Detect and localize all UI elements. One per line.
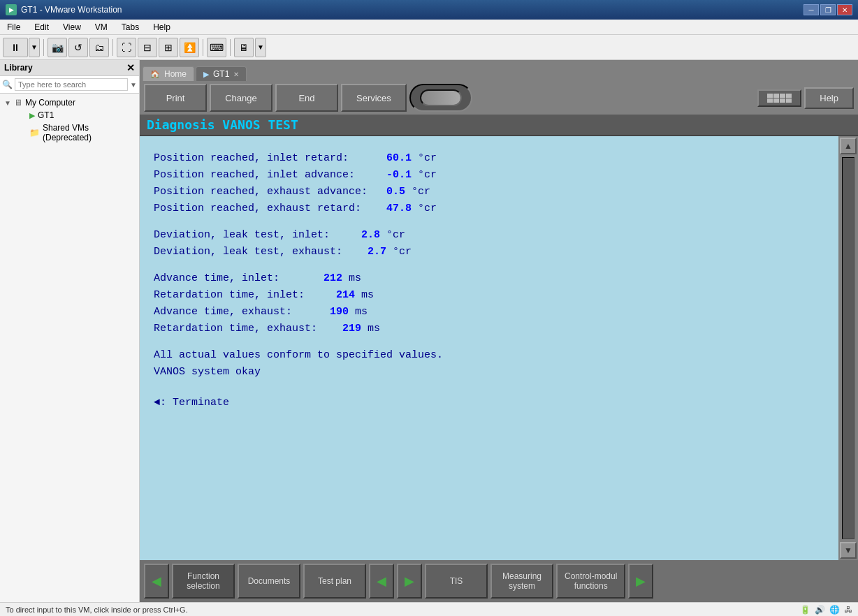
status-icon-1: 🔋: [800, 605, 810, 615]
sidebar: Library ✕ 🔍 ▼ ▼ 🖥 My Computer ▶ GT1 📁 Sh: [0, 60, 140, 602]
sidebar-title: Library: [4, 63, 33, 73]
diag-value-4: 47.8: [386, 203, 412, 214]
computer-icon: 🖥: [14, 98, 22, 108]
unity-button[interactable]: ⊟: [138, 38, 157, 57]
snapshot-manager-button[interactable]: 🗂: [89, 38, 109, 57]
window-title: GT1 - VMware Workstation: [21, 5, 122, 15]
quick-switch-button[interactable]: ⊞: [159, 38, 178, 57]
toolbar-separator-1: [43, 39, 44, 56]
tis-button[interactable]: TIS: [425, 564, 488, 599]
control-modul-button[interactable]: Control-modul functions: [556, 564, 625, 599]
toolbar-separator-3: [203, 39, 203, 56]
toolbar-separator-2: [112, 39, 113, 56]
diag-value-3: 0.5: [386, 186, 405, 198]
diag-terminate[interactable]: ◄: Terminate: [154, 395, 824, 411]
nav-left-button[interactable]: ◀: [144, 564, 169, 599]
tab-home-label: Home: [164, 69, 187, 79]
diag-value-8: 214: [336, 289, 355, 301]
app-toolbar: Print Change End Services Help: [140, 81, 858, 115]
tab-home[interactable]: 🏠 Home: [143, 66, 194, 81]
sidebar-item-sharedvms[interactable]: 📁 Shared VMs (Deprecated): [28, 122, 136, 144]
diag-line-4: Position reached, exhaust retard: 47.8 °…: [154, 200, 824, 217]
toolbar: ⏸ ▼ 📷 ↺ 🗂 ⛶ ⊟ ⊞ ⏫ ⌨ 🖥 ▼: [0, 35, 858, 60]
print-button[interactable]: Print: [144, 84, 207, 112]
sidebar-close-icon[interactable]: ✕: [126, 62, 135, 73]
menu-view[interactable]: View: [56, 20, 88, 34]
tab-bar: 🏠 Home ▶ GT1 ✕: [140, 60, 858, 81]
menu-tabs[interactable]: Tabs: [115, 20, 146, 34]
sidebar-header: Library ✕: [0, 60, 139, 76]
revert-button[interactable]: ↺: [68, 38, 88, 57]
suspend-button[interactable]: ⏫: [180, 38, 199, 57]
send-key-button[interactable]: ⌨: [207, 38, 226, 57]
shared-icon: 📁: [29, 128, 40, 138]
nav-left2-button[interactable]: ◀: [369, 564, 394, 599]
nav-right-button[interactable]: ▶: [397, 564, 422, 599]
screen-dropdown[interactable]: ▼: [255, 38, 266, 57]
status-message: To direct input to this VM, click inside…: [6, 606, 188, 614]
sidebar-item-gt1[interactable]: ▶ GT1: [28, 109, 136, 122]
end-button[interactable]: End: [275, 84, 338, 112]
toggle-icon: ▼: [4, 99, 11, 107]
snapshot-button[interactable]: 📷: [48, 38, 67, 57]
diag-line-3: Position reached, exhaust advance: 0.5 °…: [154, 184, 824, 200]
help-button[interactable]: Help: [804, 87, 854, 109]
close-button[interactable]: ✕: [837, 4, 852, 15]
diagnosis-content: Position reached, inlet retard: 60.1 °cr…: [140, 136, 838, 560]
vm-tab-icon: ▶: [203, 70, 209, 79]
vm-screen: Print Change End Services Help: [140, 81, 858, 602]
diag-value-6: 2.7: [368, 246, 386, 258]
screen-button[interactable]: 🖥: [234, 38, 254, 57]
nav-right2-button[interactable]: ▶: [628, 564, 653, 599]
scroll-up-button[interactable]: ▲: [840, 138, 857, 154]
oval-inner: [420, 89, 462, 106]
gt1-label: GT1: [38, 110, 54, 120]
sidebar-children: ▶ GT1 📁 Shared VMs (Deprecated): [20, 109, 136, 144]
menu-help[interactable]: Help: [146, 20, 177, 34]
status-right: 🔋 🔊 🌐 🖧: [800, 605, 852, 615]
bottom-function-bar: ◀ Function selection Documents Test plan…: [140, 560, 858, 602]
minimize-button[interactable]: ─: [804, 4, 819, 15]
status-icon-4: 🖧: [844, 605, 852, 615]
documents-button[interactable]: Documents: [238, 564, 300, 599]
grid-view-button[interactable]: [757, 89, 801, 107]
scroll-track[interactable]: [842, 157, 855, 539]
toolbar-separator-4: [230, 39, 231, 56]
pause-button[interactable]: ⏸: [3, 38, 28, 57]
tab-close-icon[interactable]: ✕: [233, 71, 239, 78]
search-input[interactable]: [15, 78, 128, 91]
diag-line-1: Position reached, inlet retard: 60.1 °cr: [154, 150, 824, 167]
shared-vms-label: Shared VMs (Deprecated): [43, 123, 135, 142]
main-layout: Library ✕ 🔍 ▼ ▼ 🖥 My Computer ▶ GT1 📁 Sh: [0, 60, 858, 602]
full-screen-button[interactable]: ⛶: [117, 38, 136, 57]
diag-value-10: 219: [342, 323, 361, 335]
tab-gt1[interactable]: ▶ GT1 ✕: [196, 66, 247, 81]
oval-control[interactable]: [409, 84, 472, 112]
diagnosis-content-wrapper: Position reached, inlet retard: 60.1 °cr…: [140, 136, 858, 560]
diag-value-7: 212: [323, 272, 342, 284]
title-bar: ▶ GT1 - VMware Workstation ─ ❐ ✕: [0, 0, 858, 20]
pause-dropdown[interactable]: ▼: [29, 38, 40, 57]
diag-line-10: Retardation time, exhaust: 219 ms: [154, 321, 824, 337]
change-button[interactable]: Change: [210, 84, 272, 112]
test-plan-button[interactable]: Test plan: [303, 564, 366, 599]
home-icon: 🏠: [150, 70, 160, 79]
toolbar-right: Help: [757, 84, 854, 112]
pause-group: ⏸ ▼: [3, 38, 40, 57]
diagnosis-title: Diagnosis VANOS TEST: [140, 115, 858, 136]
function-selection-button[interactable]: Function selection: [172, 564, 235, 599]
search-dropdown-icon[interactable]: ▼: [130, 81, 137, 89]
menu-edit[interactable]: Edit: [27, 20, 56, 34]
measuring-system-button[interactable]: Measuring system: [490, 564, 553, 599]
diag-line-9: Advance time, exhaust: 190 ms: [154, 304, 824, 321]
restore-button[interactable]: ❐: [820, 4, 836, 15]
content-area: 🏠 Home ▶ GT1 ✕ Print Change End Services: [140, 60, 858, 602]
services-button[interactable]: Services: [341, 84, 407, 112]
diag-line-6: Deviation, leak test, exhaust: 2.7 °cr: [154, 244, 824, 261]
sidebar-item-mycomputer[interactable]: ▼ 🖥 My Computer: [3, 96, 136, 109]
menu-vm[interactable]: VM: [88, 20, 115, 34]
menu-file[interactable]: File: [0, 20, 27, 34]
scroll-down-button[interactable]: ▼: [840, 542, 857, 559]
diag-status-1: All actual values conform to specified v…: [154, 347, 824, 364]
sidebar-tree: ▼ 🖥 My Computer ▶ GT1 📁 Shared VMs (Depr…: [0, 94, 139, 602]
